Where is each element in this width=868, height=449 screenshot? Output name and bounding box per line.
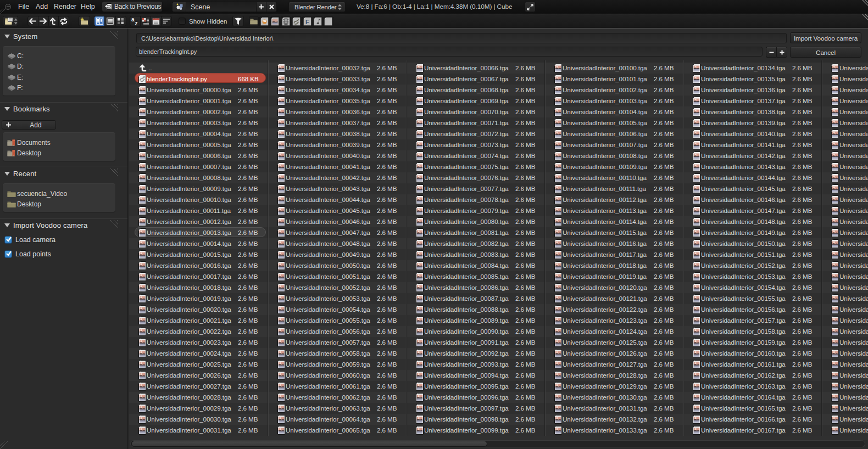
svg-text:a: a bbox=[131, 17, 135, 23]
svg-text:F: F bbox=[305, 19, 309, 25]
svg-text:z: z bbox=[135, 20, 138, 26]
